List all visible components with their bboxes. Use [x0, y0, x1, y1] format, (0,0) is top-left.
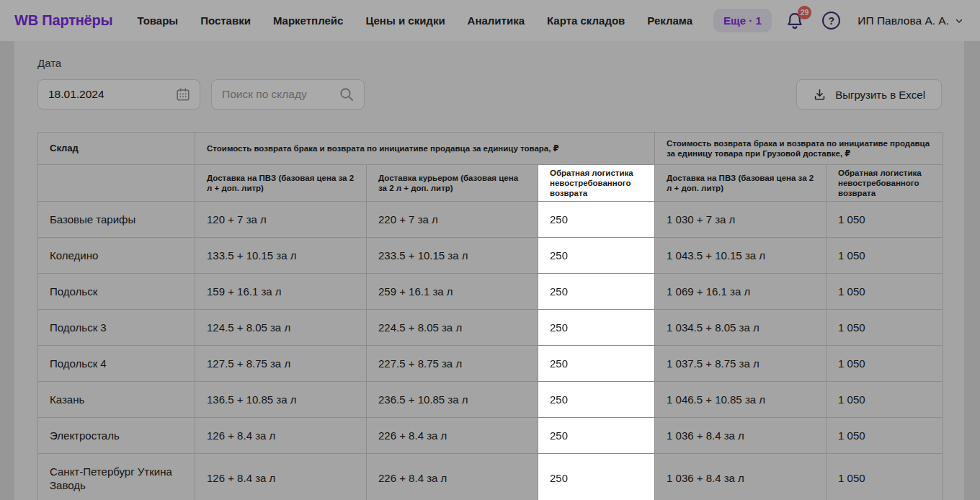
cargo-pvz-price-cell: 1 030 + 7 за л: [655, 202, 827, 238]
date-value: 18.01.2024: [48, 88, 175, 101]
table-row: Подольск 3 124.5 + 8.05 за л 224.5 + 8.0…: [38, 310, 943, 346]
warehouse-name-cell: Коледино: [38, 238, 195, 274]
cargo-return-cell: 1 050: [827, 418, 943, 454]
nav-item-prices[interactable]: Цены и скидки: [365, 14, 445, 27]
nav-item-analytics[interactable]: Аналитика: [468, 14, 525, 27]
table-row: Санкт-Петербург Уткина Заводь 126 + 8.4 …: [38, 454, 943, 500]
subheader-cargo-pvz-delivery: Доставка на ПВЗ (базовая цена за 2 л + д…: [655, 165, 827, 202]
return-logistics-cell-highlighted: 250: [538, 310, 655, 346]
courier-price-cell: 233.5 + 10.15 за л: [367, 238, 538, 274]
account-menu[interactable]: ИП Павлова А. А.: [858, 14, 964, 27]
top-nav: WB Партнёры Товары Поставки Маркетплейс …: [0, 0, 980, 41]
nav-menu: Товары Поставки Маркетплейс Цены и скидк…: [137, 9, 771, 32]
help-button[interactable]: ?: [822, 12, 840, 30]
nav-more-pill[interactable]: Еще · 1: [713, 9, 772, 32]
warehouse-subheader-empty: [38, 165, 195, 202]
warehouse-name-cell: Подольск: [38, 274, 195, 310]
cargo-pvz-price-cell: 1 036 + 8.4 за л: [655, 418, 827, 454]
warehouse-name-cell: Подольск 3: [38, 310, 195, 346]
nav-item-goods[interactable]: Товары: [137, 14, 178, 27]
table-sub-header-row: Доставка на ПВЗ (базовая цена за 2 л + д…: [38, 165, 943, 202]
cargo-return-cell: 1 050: [827, 382, 943, 418]
cargo-pvz-price-cell: 1 046.5 + 10.85 за л: [655, 382, 827, 418]
export-excel-button[interactable]: Выгрузить в Excel: [796, 79, 942, 110]
table-row: Электросталь 126 + 8.4 за л 226 + 8.4 за…: [38, 418, 943, 454]
cargo-pvz-price-cell: 1 036 + 8.4 за л: [655, 454, 827, 500]
return-logistics-cell-highlighted: 250: [538, 274, 655, 310]
nav-item-supplies[interactable]: Поставки: [200, 14, 251, 27]
subheader-courier-delivery: Доставка курьером (базовая цена за 2 л +…: [367, 165, 538, 202]
courier-price-cell: 226 + 8.4 за л: [367, 418, 538, 454]
courier-price-cell: 227.5 + 8.75 за л: [367, 346, 538, 382]
account-name: ИП Павлова А. А.: [858, 14, 949, 27]
table-row: Базовые тарифы 120 + 7 за л 220 + 7 за л…: [38, 202, 943, 238]
pvz-price-cell: 136.5 + 10.85 за л: [195, 382, 367, 418]
return-logistics-cell-highlighted: 250: [538, 346, 655, 382]
content-card: Дата 18.01.2024 Поиск по складу: [14, 41, 964, 500]
return-logistics-cell-highlighted: 250: [538, 418, 655, 454]
cargo-return-cell: 1 050: [827, 274, 943, 310]
nav-item-warehouse-map[interactable]: Карта складов: [547, 14, 625, 27]
cargo-return-cell: 1 050: [827, 454, 943, 500]
group-header-standard-delivery: Стоимость возврата брака и возврата по и…: [195, 133, 655, 165]
subheader-cargo-return-logistics: Обратная логистика невостребованного воз…: [827, 165, 943, 202]
search-placeholder: Поиск по складу: [222, 88, 338, 101]
pvz-price-cell: 126 + 8.4 за л: [195, 454, 367, 500]
export-excel-label: Выгрузить в Excel: [835, 89, 925, 101]
search-icon: [338, 86, 355, 103]
date-input[interactable]: 18.01.2024: [37, 79, 200, 110]
pvz-price-cell: 133.5 + 10.15 за л: [195, 238, 367, 274]
courier-price-cell: 220 + 7 за л: [367, 202, 538, 238]
cargo-return-cell: 1 050: [827, 310, 943, 346]
subheader-return-logistics-highlighted: Обратная логистика невостребованного воз…: [538, 165, 655, 202]
table-row: Казань 136.5 + 10.85 за л 236.5 + 10.85 …: [38, 382, 943, 418]
cargo-pvz-price-cell: 1 034.5 + 8.05 за л: [655, 310, 827, 346]
warehouse-name-cell: Базовые тарифы: [38, 202, 195, 238]
cargo-pvz-price-cell: 1 037.5 + 8.75 за л: [655, 346, 827, 382]
return-logistics-cell-highlighted: 250: [538, 238, 655, 274]
cargo-pvz-price-cell: 1 069 + 16.1 за л: [655, 274, 827, 310]
nav-right-cluster: 29 ? ИП Павлова А. А.: [785, 11, 964, 31]
courier-price-cell: 224.5 + 8.05 за л: [367, 310, 538, 346]
table-body: Базовые тарифы 120 + 7 за л 220 + 7 за л…: [38, 202, 943, 500]
nav-item-ads[interactable]: Реклама: [647, 14, 692, 27]
table-row: Подольск 159 + 16.1 за л 259 + 16.1 за л…: [38, 274, 943, 310]
cargo-return-cell: 1 050: [827, 346, 943, 382]
return-logistics-cell-highlighted: 250: [538, 454, 655, 500]
pvz-price-cell: 159 + 16.1 за л: [195, 274, 367, 310]
warehouse-name-cell: Электросталь: [38, 418, 195, 454]
return-logistics-cell-highlighted: 250: [538, 382, 655, 418]
warehouse-name-cell: Казань: [38, 382, 195, 418]
pvz-price-cell: 120 + 7 за л: [195, 202, 367, 238]
table-row: Подольск 4 127.5 + 8.75 за л 227.5 + 8.7…: [38, 346, 943, 382]
filters-row: 18.01.2024 Поиск по складу: [37, 79, 942, 110]
warehouse-search-input[interactable]: Поиск по складу: [211, 79, 365, 110]
table-group-header-row: Склад Стоимость возврата брака и возврат…: [38, 133, 943, 165]
courier-price-cell: 226 + 8.4 за л: [367, 454, 538, 500]
warehouse-column-header: Склад: [38, 133, 195, 165]
cargo-return-cell: 1 050: [827, 238, 943, 274]
courier-price-cell: 236.5 + 10.85 за л: [367, 382, 538, 418]
cargo-return-cell: 1 050: [827, 202, 943, 238]
table-row: Коледино 133.5 + 10.15 за л 233.5 + 10.1…: [38, 238, 943, 274]
wb-partners-logo[interactable]: WB Партнёры: [14, 12, 112, 29]
question-mark-icon: ?: [829, 15, 835, 27]
group-header-cargo-delivery: Стоимость возврата брака и возврата по и…: [655, 133, 943, 165]
warehouse-name-cell: Санкт-Петербург Уткина Заводь: [38, 454, 195, 500]
download-icon: [813, 88, 827, 102]
tariff-table: Склад Стоимость возврата брака и возврат…: [37, 132, 943, 500]
chevron-down-icon: [954, 16, 964, 26]
nav-item-marketplace[interactable]: Маркетплейс: [273, 14, 343, 27]
page-background: Дата 18.01.2024 Поиск по складу: [0, 41, 980, 500]
notification-count-badge: 29: [798, 6, 812, 19]
return-logistics-cell-highlighted: 250: [538, 202, 655, 238]
pvz-price-cell: 126 + 8.4 за л: [195, 418, 367, 454]
cargo-pvz-price-cell: 1 043.5 + 10.15 за л: [655, 238, 827, 274]
pvz-price-cell: 127.5 + 8.75 за л: [195, 346, 367, 382]
date-label: Дата: [37, 57, 942, 70]
courier-price-cell: 259 + 16.1 за л: [367, 274, 538, 310]
notifications-button[interactable]: 29: [785, 11, 805, 31]
subheader-pvz-delivery: Доставка на ПВЗ (базовая цена за 2 л + д…: [195, 165, 367, 202]
warehouse-name-cell: Подольск 4: [38, 346, 195, 382]
calendar-icon[interactable]: [175, 86, 191, 102]
